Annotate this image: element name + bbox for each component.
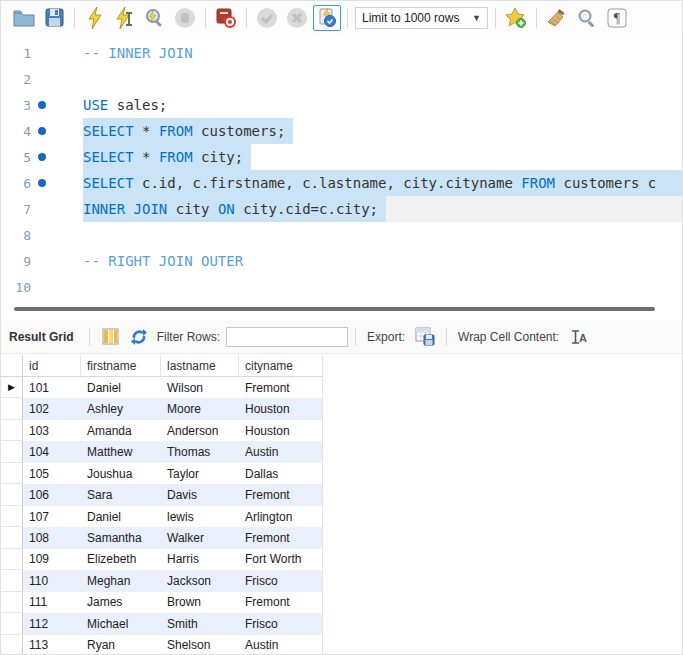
row-selector-cell[interactable]: ▶ — [1, 377, 23, 398]
grid-cell[interactable]: Daniel — [81, 506, 161, 527]
grid-cell[interactable]: Michael — [81, 613, 161, 634]
table-row[interactable]: 111JamesBrownFremont — [1, 592, 322, 613]
grid-cell[interactable]: Smith — [161, 613, 239, 634]
editor-line[interactable]: 5SELECT * FROM city; — [1, 144, 683, 170]
grid-cell[interactable]: Meghan — [81, 570, 161, 591]
table-row[interactable]: 103AmandaAndersonHouston — [1, 420, 322, 441]
table-row[interactable]: 105JoushuaTaylorDallas — [1, 463, 322, 484]
column-header-id[interactable]: id — [23, 355, 81, 376]
grid-cell[interactable]: Wilson — [161, 377, 239, 398]
grid-cell[interactable]: Frisco — [239, 613, 323, 634]
grid-cell[interactable]: 112 — [23, 613, 81, 634]
row-selector-cell[interactable] — [1, 592, 23, 613]
row-selector-cell[interactable] — [1, 506, 23, 527]
grid-cell[interactable]: 111 — [23, 592, 81, 613]
grid-cell[interactable]: Ashley — [81, 398, 161, 419]
table-row[interactable]: 112MichaelSmithFrisco — [1, 613, 322, 634]
grid-cell[interactable]: Dallas — [239, 463, 323, 484]
grid-cell[interactable]: 101 — [23, 377, 81, 398]
grid-cell[interactable]: Jackson — [161, 570, 239, 591]
editor-line[interactable]: 7INNER JOIN city ON city.cid=c.city; — [1, 196, 683, 222]
grid-cell[interactable]: Taylor — [161, 463, 239, 484]
explain-plan-icon[interactable] — [141, 5, 169, 31]
grid-cell[interactable]: Houston — [239, 420, 323, 441]
table-row[interactable]: 102AshleyMooreHouston — [1, 398, 322, 419]
grid-cell[interactable]: lewis — [161, 506, 239, 527]
open-file-icon[interactable] — [10, 5, 38, 31]
row-selector-cell[interactable] — [1, 441, 23, 462]
grid-cell[interactable]: Sara — [81, 484, 161, 505]
export-recordset-icon[interactable] — [414, 327, 436, 347]
row-selector-cell[interactable] — [1, 527, 23, 548]
result-grid-table[interactable]: idfirstnamelastnamecityname▶101DanielWil… — [1, 355, 323, 655]
grid-cell[interactable]: Fremont — [239, 592, 323, 613]
kill-query-icon[interactable] — [212, 5, 240, 31]
find-icon[interactable] — [573, 5, 601, 31]
sql-editor[interactable]: 1-- INNER JOIN23USE sales;4SELECT * FROM… — [1, 34, 683, 304]
editor-line[interactable]: 1-- INNER JOIN — [1, 40, 683, 66]
grid-cell[interactable]: Harris — [161, 549, 239, 570]
toggle-autocommit-icon[interactable] — [313, 5, 341, 31]
table-row[interactable]: 109ElizebethHarrisFort Worth — [1, 549, 322, 570]
column-header-cityname[interactable]: cityname — [239, 355, 323, 376]
grid-cell[interactable]: Samantha — [81, 527, 161, 548]
row-selector-cell[interactable] — [1, 570, 23, 591]
grid-cell[interactable]: Austin — [239, 441, 323, 462]
grid-cell[interactable]: Austin — [239, 635, 323, 655]
table-row[interactable]: 104MatthewThomasAustin — [1, 441, 322, 462]
table-row[interactable]: 107DaniellewisArlington — [1, 506, 322, 527]
grid-cell[interactable]: Arlington — [239, 506, 323, 527]
table-row[interactable]: ▶101DanielWilsonFremont — [1, 377, 322, 398]
grid-cell[interactable]: 104 — [23, 441, 81, 462]
row-selector-cell[interactable] — [1, 549, 23, 570]
grid-cell[interactable]: 102 — [23, 398, 81, 419]
grid-cell[interactable]: 106 — [23, 484, 81, 505]
row-selector-cell[interactable] — [1, 635, 23, 655]
grid-cell[interactable]: 105 — [23, 463, 81, 484]
snippet-star-icon[interactable] — [502, 5, 530, 31]
editor-line[interactable]: 10 — [1, 274, 683, 300]
grid-cell[interactable]: Frisco — [239, 570, 323, 591]
grid-cell[interactable]: Davis — [161, 484, 239, 505]
row-selector-cell[interactable] — [1, 484, 23, 505]
table-row[interactable]: 110MeghanJacksonFrisco — [1, 570, 322, 591]
grid-cell[interactable]: James — [81, 592, 161, 613]
table-row[interactable]: 106SaraDavisFremont — [1, 484, 322, 505]
editor-line[interactable]: 8 — [1, 222, 683, 248]
grid-cell[interactable]: 107 — [23, 506, 81, 527]
invisibles-pilcrow-icon[interactable]: ¶ — [603, 5, 631, 31]
grid-cell[interactable]: Fremont — [239, 484, 323, 505]
grid-view-icon[interactable] — [100, 327, 122, 347]
editor-line[interactable]: 2 — [1, 66, 683, 92]
grid-cell[interactable]: Fort Worth — [239, 549, 323, 570]
beautify-broom-icon[interactable] — [543, 5, 571, 31]
grid-cell[interactable]: Fremont — [239, 527, 323, 548]
grid-cell[interactable]: Shelson — [161, 635, 239, 655]
row-selector-cell[interactable] — [1, 398, 23, 419]
grid-cell[interactable]: Matthew — [81, 441, 161, 462]
grid-cell[interactable]: Amanda — [81, 420, 161, 441]
grid-cell[interactable]: 109 — [23, 549, 81, 570]
save-icon[interactable] — [40, 5, 68, 31]
editor-line[interactable]: 6SELECT c.id, c.firstname, c.lastname, c… — [1, 170, 683, 196]
grid-cell[interactable]: Daniel — [81, 377, 161, 398]
table-row[interactable]: 113RyanShelsonAustin — [1, 635, 322, 655]
execute-bolt-icon[interactable] — [81, 5, 109, 31]
grid-cell[interactable]: Elizebeth — [81, 549, 161, 570]
filter-rows-input[interactable] — [226, 327, 348, 347]
grid-cell[interactable]: 103 — [23, 420, 81, 441]
grid-cell[interactable]: 108 — [23, 527, 81, 548]
grid-cell[interactable]: 113 — [23, 635, 81, 655]
editor-line[interactable]: 3USE sales; — [1, 92, 683, 118]
grid-cell[interactable]: Houston — [239, 398, 323, 419]
column-header-lastname[interactable]: lastname — [161, 355, 239, 376]
grid-cell[interactable]: Thomas — [161, 441, 239, 462]
grid-cell[interactable]: Joushua — [81, 463, 161, 484]
table-row[interactable]: 108SamanthaWalkerFremont — [1, 527, 322, 548]
grid-cell[interactable]: Anderson — [161, 420, 239, 441]
editor-line[interactable]: 9-- RIGHT JOIN OUTER — [1, 248, 683, 274]
row-selector-cell[interactable] — [1, 463, 23, 484]
row-selector-cell[interactable] — [1, 420, 23, 441]
limit-rows-dropdown[interactable]: Limit to 1000 rows ▼ — [355, 7, 488, 29]
row-selector-cell[interactable] — [1, 613, 23, 634]
